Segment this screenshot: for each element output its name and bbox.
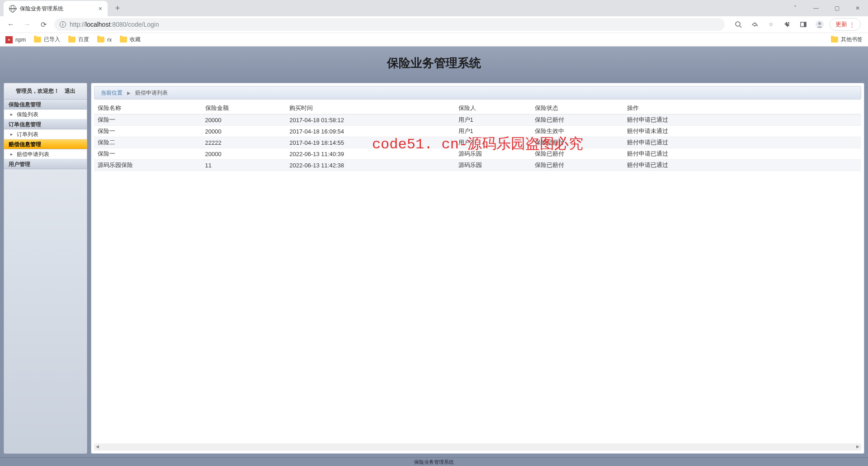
cell-amount: 20000 xyxy=(202,148,286,160)
cell-action: 赔付申请未通过 xyxy=(623,126,861,137)
chevron-right-icon: ▶ xyxy=(127,90,131,95)
sidebar-cat-order[interactable]: 订单信息管理 xyxy=(4,119,87,129)
new-tab-button[interactable]: + xyxy=(111,2,124,14)
cell-status: 保险已赔付 xyxy=(531,160,623,171)
cell-amount: 22222 xyxy=(202,137,286,148)
table-row[interactable]: 保险一200002017-04-18 01:58:12用户1保险已赔付赔付申请已… xyxy=(94,114,861,126)
chevron-down-icon[interactable]: ˅ xyxy=(785,0,806,16)
content-panel: 当前位置 ▶ 赔偿申请列表 保险名称 保险金额 购买时间 保险人 保险状态 操作 xyxy=(91,83,864,454)
col-name: 保险名称 xyxy=(94,102,202,114)
welcome-text: 管理员，欢迎您！ xyxy=(16,87,59,95)
breadcrumb: 当前位置 ▶ 赔偿申请列表 xyxy=(94,86,861,100)
star-icon[interactable]: ☆ xyxy=(764,18,777,31)
sidebar-item-order-list[interactable]: 订单列表 xyxy=(4,129,87,139)
zoom-icon[interactable] xyxy=(732,18,745,31)
browser-tab[interactable]: 保险业务管理系统 × xyxy=(4,1,108,16)
cell-buy_time: 2022-06-13 11:42:38 xyxy=(286,160,454,171)
sidebar-cat-user[interactable]: 用户管理 xyxy=(4,159,87,169)
bookmark-baidu[interactable]: 百度 xyxy=(68,36,89,43)
tab-title: 保险业务管理系统 xyxy=(20,5,95,13)
cell-insured: 源码乐园 xyxy=(455,148,532,160)
cell-status: 保险已赔付 xyxy=(531,148,623,160)
cell-action: 赔付申请已通过 xyxy=(623,148,861,160)
col-action: 操作 xyxy=(623,102,861,114)
cell-amount: 20000 xyxy=(202,126,286,137)
col-amount: 保险金额 xyxy=(202,102,286,114)
extensions-icon[interactable] xyxy=(781,18,793,31)
table-row[interactable]: 保险二222222017-04-19 18:14:55用户2保险已赔付赔付申请已… xyxy=(94,137,861,148)
close-icon[interactable]: × xyxy=(99,5,102,12)
sidebar-cat-claim[interactable]: 赔偿信息管理 xyxy=(4,139,87,149)
bookmark-npm[interactable]: nnpm xyxy=(5,36,26,43)
folder-icon xyxy=(68,37,75,43)
forward-button[interactable]: → xyxy=(20,17,34,32)
cell-action: 赔付申请已通过 xyxy=(623,114,861,126)
cell-name: 保险一 xyxy=(94,114,202,126)
cell-amount: 11 xyxy=(202,160,286,171)
col-buytime: 购买时间 xyxy=(286,102,454,114)
sidebar-welcome: 管理员，欢迎您！ 退出 xyxy=(4,83,87,100)
minimize-button[interactable]: — xyxy=(806,0,826,16)
info-icon[interactable]: i xyxy=(60,21,66,28)
page-viewport: 保险业务管理系统 管理员，欢迎您！ 退出 保险信息管理 保险列表 订单信息管理 … xyxy=(0,47,868,457)
claims-table: 保险名称 保险金额 购买时间 保险人 保险状态 操作 保险一200002017-… xyxy=(94,102,861,171)
window-controls: ˅ — ▢ ✕ xyxy=(785,0,868,16)
breadcrumb-label: 当前位置 xyxy=(101,89,123,97)
npm-icon: n xyxy=(5,36,13,43)
toolbar-icons: ☆ 更新⋮ xyxy=(728,18,864,31)
page-body: 管理员，欢迎您！ 退出 保险信息管理 保险列表 订单信息管理 订单列表 赔偿信息… xyxy=(0,79,868,457)
bookmark-fav[interactable]: 收藏 xyxy=(120,36,141,43)
table-row[interactable]: 源码乐园保险112022-06-13 11:42:38源码乐园保险已赔付赔付申请… xyxy=(94,160,861,171)
cell-name: 保险二 xyxy=(94,137,202,148)
back-button[interactable]: ← xyxy=(4,17,18,32)
address-bar[interactable]: i http://localhost:8080/code/Login xyxy=(54,18,725,31)
bookmark-rx[interactable]: rx xyxy=(97,37,112,43)
browser-chrome: 保险业务管理系统 × + ˅ — ▢ ✕ ← → ⟳ i http://loca… xyxy=(0,0,868,47)
svg-point-5 xyxy=(818,22,821,25)
reload-button[interactable]: ⟳ xyxy=(36,17,51,32)
folder-icon xyxy=(97,37,104,43)
bookmark-imported[interactable]: 已导入 xyxy=(34,36,60,43)
url-text: http://localhost:8080/code/Login xyxy=(70,21,159,28)
sidebar-item-claim-list[interactable]: 赔偿申请列表 xyxy=(4,149,87,159)
sidebar-item-insurance-list[interactable]: 保险列表 xyxy=(4,109,87,119)
cell-amount: 20000 xyxy=(202,114,286,126)
cell-insured: 源码乐园 xyxy=(455,160,532,171)
bookmark-other[interactable]: 其他书签 xyxy=(831,36,863,43)
sidebar-cat-insurance[interactable]: 保险信息管理 xyxy=(4,100,87,109)
globe-icon xyxy=(9,5,16,12)
tab-strip: 保险业务管理系统 × + ˅ — ▢ ✕ xyxy=(0,0,868,16)
col-insured: 保险人 xyxy=(455,102,532,114)
close-button[interactable]: ✕ xyxy=(847,0,868,16)
logout-button[interactable]: 退出 xyxy=(65,87,75,95)
bookmarks-bar: nnpm 已导入 百度 rx 收藏 其他书签 xyxy=(0,33,868,46)
folder-icon xyxy=(34,37,41,43)
cell-name: 保险一 xyxy=(94,126,202,137)
cell-buy_time: 2017-04-19 18:14:55 xyxy=(286,137,454,148)
page-footer: 保险业务管理系统 xyxy=(0,457,868,466)
table-row[interactable]: 保险一200002017-04-18 16:09:54用户1保险生效中赔付申请未… xyxy=(94,126,861,137)
breadcrumb-current: 赔偿申请列表 xyxy=(135,89,168,97)
cell-status: 保险已赔付 xyxy=(531,114,623,126)
svg-line-1 xyxy=(740,26,741,28)
table-row[interactable]: 保险一200002022-06-13 11:40:39源码乐园保险已赔付赔付申请… xyxy=(94,148,861,160)
sidepanel-icon[interactable] xyxy=(797,18,810,31)
cell-status: 保险生效中 xyxy=(531,126,623,137)
table-header-row: 保险名称 保险金额 购买时间 保险人 保险状态 操作 xyxy=(94,102,861,114)
page-header: 保险业务管理系统 xyxy=(0,47,868,79)
cell-name: 保险一 xyxy=(94,148,202,160)
cell-buy_time: 2017-04-18 16:09:54 xyxy=(286,126,454,137)
page-title: 保险业务管理系统 xyxy=(387,55,481,71)
cell-name: 源码乐园保险 xyxy=(94,160,202,171)
address-row: ← → ⟳ i http://localhost:8080/code/Login… xyxy=(0,16,868,33)
folder-icon xyxy=(831,37,838,43)
cell-buy_time: 2017-04-18 01:58:12 xyxy=(286,114,454,126)
folder-icon xyxy=(120,37,127,43)
profile-icon[interactable] xyxy=(813,18,826,31)
cell-insured: 用户1 xyxy=(455,114,532,126)
share-icon[interactable] xyxy=(748,18,761,31)
horizontal-scrollbar[interactable] xyxy=(94,443,861,451)
svg-rect-3 xyxy=(804,22,806,27)
maximize-button[interactable]: ▢ xyxy=(826,0,847,16)
update-button[interactable]: 更新⋮ xyxy=(830,18,861,31)
